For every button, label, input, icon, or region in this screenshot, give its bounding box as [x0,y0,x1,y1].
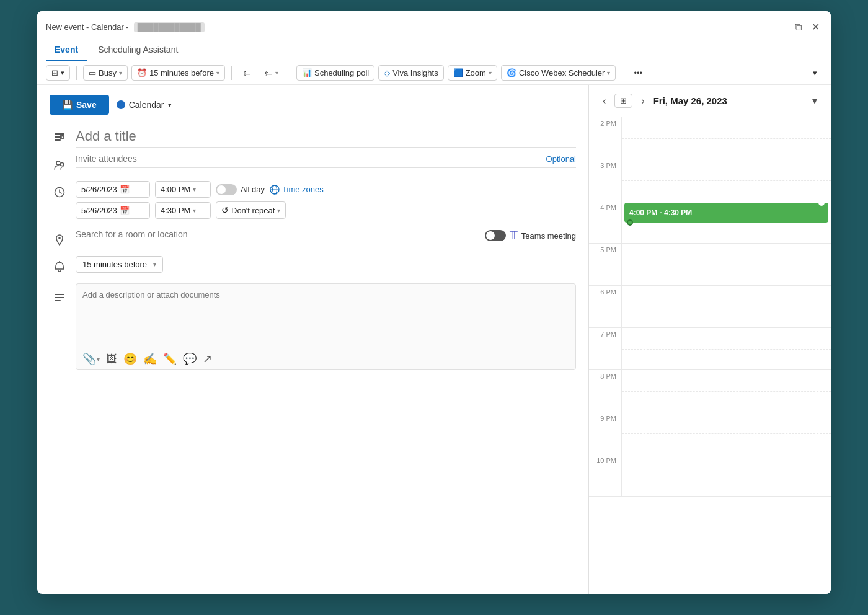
start-time-select[interactable]: 4:00 PM ▾ [155,181,211,198]
calendar-next-button[interactable]: › [637,94,648,108]
teams-meeting-toggle[interactable] [485,230,506,241]
timezone-link[interactable]: Time zones [270,185,324,195]
teams-icon: 𝕋 [510,229,518,242]
zoom-icon: 🟦 [453,68,463,77]
zoom-button[interactable]: 🟦 Zoom ▾ [448,65,497,81]
toolbar-separator-2 [231,66,232,80]
share-button[interactable]: ↗ [203,352,212,366]
location-input[interactable] [76,229,477,242]
reminder-row: 15 minutes before ▾ [50,256,576,277]
allday-toggle-knob [217,185,226,194]
loop-button[interactable]: 💬 [183,352,197,366]
datetime-row-1: 5/26/2023 📅 4:00 PM ▾ [50,181,576,223]
svg-rect-17 [55,300,61,301]
calendar-body: 2 PM 3 PM 4 PM [589,117,831,594]
calendar-today-button[interactable]: ⊞ [614,94,632,108]
title-icon [50,127,69,147]
viva-insights-button[interactable]: ◇ Viva Insights [378,65,443,81]
time-slot-content-8pm [621,370,831,412]
start-datetime-row: 5/26/2023 📅 4:00 PM ▾ [76,181,576,198]
calendar-date-title: Fri, May 26, 2023 [653,95,804,106]
cisco-webex-button[interactable]: 🌀 Cisco Webex Scheduler ▾ [501,65,616,81]
collapse-button[interactable]: ▾ [808,66,822,80]
reminder-dropdown[interactable]: 15 minutes before ▾ [76,256,163,273]
status-button[interactable]: ▭ Busy ▾ [83,65,128,81]
more-options-button[interactable]: ••• [629,66,647,80]
right-panel: ‹ ⊞ › Fri, May 26, 2023 ▾ [589,85,831,594]
calendar-date-dropdown-icon: ▾ [812,95,817,106]
clock-icon [50,182,69,202]
close-button[interactable]: ✕ [809,20,822,34]
svg-rect-0 [55,133,64,135]
svg-rect-15 [55,294,64,295]
tags-button[interactable]: 🏷 [238,66,256,80]
window-title-suffix: ████████████ [134,22,205,32]
time-slot-content-6pm [621,286,831,327]
main-content: 💾 Save Calendar ▾ [37,85,831,594]
allday-row: All day [216,184,265,195]
time-slot-2pm: 2 PM [589,117,831,159]
description-toolbar: 📎 ▾ 🖼 😊 ✍ ✏️ 💬 ↗ [76,348,575,369]
signature-button[interactable]: ✍ [143,352,157,366]
end-time-select[interactable]: 4:30 PM ▾ [155,202,211,219]
attendees-form-content: Optional [76,154,576,168]
half-hour-divider-3 [622,180,831,181]
view-toggle-button[interactable]: ⊞ ▾ [46,65,70,81]
time-slot-content-7pm [621,328,831,369]
calendar-dot [117,100,125,109]
tab-event[interactable]: Event [46,38,87,61]
event-block[interactable]: 4:00 PM - 4:30 PM [624,203,828,223]
end-datetime-row: 5/26/2023 📅 4:30 PM ▾ ↺ Don't repeat ▾ [76,201,576,219]
end-date-input[interactable]: 5/26/2023 📅 [76,202,150,219]
time-slot-7pm: 7 PM [589,328,831,370]
svg-point-13 [58,237,61,239]
allday-toggle[interactable] [216,184,237,195]
cisco-webex-icon: 🌀 [507,68,516,77]
event-title-input[interactable] [76,126,576,148]
svg-point-5 [56,161,60,165]
description-textarea[interactable] [76,284,575,346]
image-button[interactable]: 🖼 [106,353,117,366]
attach-button[interactable]: 📎 ▾ [82,352,100,366]
location-icon [50,230,69,250]
reminder-icon: ⏰ [137,68,147,77]
emoji-button[interactable]: 😊 [123,352,137,366]
calendar-prev-button[interactable]: ‹ [599,94,609,108]
tab-scheduling-assistant[interactable]: Scheduling Assistant [89,38,187,61]
datetime-form-content-1: 5/26/2023 📅 4:00 PM ▾ [76,181,576,223]
svg-line-9 [60,192,61,193]
window-title: New event - Calendar - [46,22,129,32]
teams-toggle-area: 𝕋 Teams meeting [485,229,576,242]
calendar-selector[interactable]: Calendar ▾ [117,100,172,110]
title-bar-left: New event - Calendar - ████████████ [46,22,205,32]
event-toolbar: ⊞ ▾ ▭ Busy ▾ ⏰ 15 minutes before ▾ 🏷 🏷 ▾ [37,61,831,85]
time-slot-content-9pm [621,412,831,454]
time-slot-content-10pm [621,454,831,496]
time-slot-content-3pm [621,159,831,201]
start-date-input[interactable]: 5/26/2023 📅 [76,181,150,198]
location-form-content: 𝕋 Teams meeting [76,229,576,242]
calendar-date-dropdown-button[interactable]: ▾ [808,94,821,108]
highlight-button[interactable]: ✏️ [163,352,177,366]
label-icon: 🏷 [265,68,273,77]
save-button[interactable]: 💾 Save [50,95,109,115]
attendees-icon [50,155,69,175]
toolbar-separator-1 [76,66,77,80]
scheduling-poll-button[interactable]: 📊 Scheduling poll [296,65,374,81]
time-label-8pm: 8 PM [589,370,621,380]
label-button[interactable]: 🏷 ▾ [260,66,283,80]
description-row: 📎 ▾ 🖼 😊 ✍ ✏️ 💬 ↗ [50,283,576,370]
svg-rect-2 [55,139,61,141]
time-slot-8pm: 8 PM [589,370,831,412]
restore-button[interactable]: ⧉ [792,20,804,34]
time-label-2pm: 2 PM [589,117,621,127]
reminder-button[interactable]: ⏰ 15 minutes before ▾ [131,65,225,81]
svg-rect-1 [55,136,62,138]
description-icon [50,288,69,308]
optional-link[interactable]: Optional [546,154,576,164]
attendees-input[interactable] [76,154,541,164]
repeat-select[interactable]: ↺ Don't repeat ▾ [216,201,286,219]
time-slot-content-4pm[interactable]: 4:00 PM - 4:30 PM [621,201,831,243]
time-label-3pm: 3 PM [589,159,621,169]
description-form-content: 📎 ▾ 🖼 😊 ✍ ✏️ 💬 ↗ [76,283,576,370]
